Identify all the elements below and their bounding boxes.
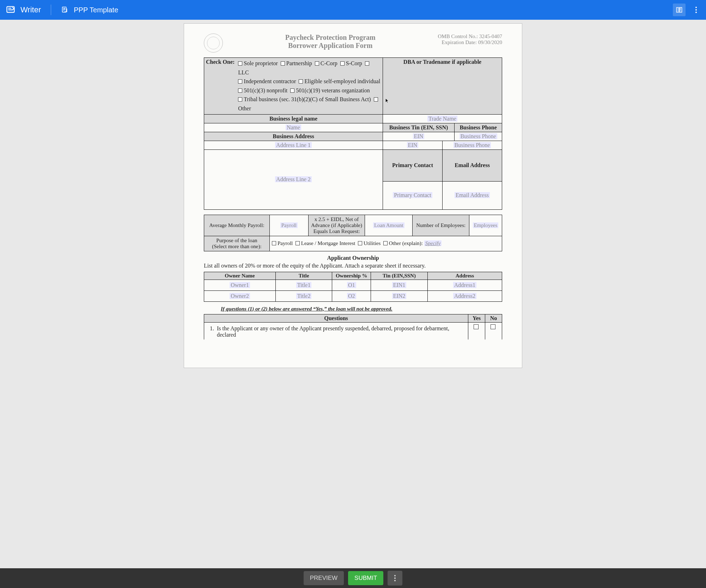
- contact-field[interactable]: Primary Contact: [393, 192, 432, 198]
- owner1-name[interactable]: Owner1: [230, 282, 250, 288]
- address-header: Business Address: [204, 132, 383, 141]
- document-header: Paycheck Protection Program Borrower App…: [204, 33, 502, 53]
- owners-table: Owner Name Title Ownership % Tin (EIN,SS…: [204, 272, 502, 302]
- checkbox-llc[interactable]: [365, 61, 369, 66]
- legal-name-header: Business legal name: [204, 114, 383, 123]
- doc-title-1: Paycheck Protection Program: [230, 33, 431, 42]
- owner2-name[interactable]: Owner2: [230, 293, 250, 299]
- title-block: Paycheck Protection Program Borrower App…: [230, 33, 431, 50]
- doc-title-2: Borrower Application Form: [230, 42, 431, 50]
- checkbox-self-employed[interactable]: [299, 79, 303, 84]
- owner2-tin[interactable]: EIN2: [392, 293, 407, 299]
- question-list: Is the Applicant or any owner of the App…: [207, 325, 465, 338]
- owner1-tin[interactable]: EIN1: [392, 282, 407, 288]
- address2-field[interactable]: Address Line 2: [275, 176, 312, 182]
- checkbox-c-corp[interactable]: [315, 61, 319, 66]
- questions-header: Questions: [204, 314, 468, 322]
- business-info-table: Check One: Sole proprietor Partnership C…: [204, 57, 502, 141]
- template-name[interactable]: PPP Template: [74, 6, 118, 14]
- col-owner-name: Owner Name: [204, 272, 276, 280]
- top-app-bar: Writer PPP Template: [0, 0, 706, 20]
- check-one-label: Check One:: [206, 59, 235, 113]
- owner1-pct[interactable]: O1: [347, 282, 356, 288]
- topbar-divider: [51, 5, 51, 15]
- owner2-pct[interactable]: O2: [347, 293, 356, 299]
- address1-field[interactable]: Address Line 1: [275, 142, 312, 148]
- yes-header: Yes: [468, 314, 485, 322]
- avg-payroll-label: Average Monthly Payroll:: [204, 215, 270, 236]
- col-ownership: Ownership %: [332, 272, 371, 280]
- checkbox-purpose-lease[interactable]: [296, 241, 300, 245]
- col-address: Address: [427, 272, 502, 280]
- multiplier-text: x 2.5 + EIDL, Net of Advance (if Applica…: [308, 215, 365, 236]
- owner2-title[interactable]: Title2: [296, 293, 312, 299]
- panel-icon: [676, 6, 683, 13]
- owner2-addr[interactable]: Address2: [453, 293, 476, 299]
- trade-name-field[interactable]: Trade Name: [427, 116, 457, 122]
- svg-rect-1: [62, 7, 66, 12]
- document-page: Paycheck Protection Program Borrower App…: [184, 23, 522, 368]
- checkbox-sole-proprietor[interactable]: [238, 61, 242, 66]
- ein-field-2[interactable]: EIN: [407, 142, 419, 148]
- bottom-action-bar: PREVIEW SUBMIT: [0, 568, 706, 588]
- warning-text: If questions (1) or (2) below are answer…: [221, 306, 502, 312]
- purpose-label-2: (Select more than one):: [206, 244, 267, 250]
- payroll-field[interactable]: Payroll: [280, 222, 298, 228]
- num-employees-label: Number of Employees:: [413, 215, 469, 236]
- col-tin: Tin (EIN,SSN): [371, 272, 428, 280]
- employees-field[interactable]: Employees: [473, 222, 499, 228]
- owner1-title[interactable]: Title1: [296, 282, 312, 288]
- q1-yes-checkbox[interactable]: [474, 324, 479, 329]
- owner1-addr[interactable]: Address1: [453, 282, 476, 288]
- checkbox-independent-contractor[interactable]: [238, 79, 242, 84]
- checkbox-partnership[interactable]: [281, 61, 285, 66]
- no-header: No: [485, 314, 502, 322]
- checkbox-tribal[interactable]: [238, 97, 242, 102]
- document-viewport[interactable]: Paycheck Protection Program Borrower App…: [0, 20, 706, 568]
- specify-field[interactable]: Specify: [424, 240, 442, 246]
- col-title: Title: [275, 272, 332, 280]
- phone-header: Business Phone: [455, 123, 502, 132]
- purpose-options: Payroll Lease / Mortgage Interest Utilit…: [269, 236, 502, 251]
- checkbox-501c19[interactable]: [290, 88, 294, 93]
- submit-button[interactable]: SUBMIT: [348, 571, 383, 585]
- email-field[interactable]: Email Address: [455, 192, 490, 198]
- ownership-title: Applicant Ownership: [204, 255, 502, 261]
- writer-app-icon: [6, 5, 16, 15]
- more-actions-button[interactable]: [388, 571, 402, 586]
- q1-no-checkbox[interactable]: [491, 324, 495, 329]
- app-name: Writer: [20, 5, 41, 14]
- loan-amount-field[interactable]: Loan Amount: [373, 222, 404, 228]
- checkbox-501c3[interactable]: [238, 88, 242, 93]
- business-info-table-2: Address Line 1 EIN Business Phone Addres…: [204, 141, 502, 210]
- panel-toggle-button[interactable]: [673, 4, 686, 16]
- tin-header: Business Tin (EIN, SSN): [383, 123, 455, 132]
- expiry-date: Expiration Date: 09/30/2020: [438, 39, 502, 45]
- checkbox-s-corp[interactable]: [340, 61, 345, 66]
- phone-field-2[interactable]: Business Phone: [454, 142, 491, 148]
- topbar-right: [673, 4, 700, 16]
- checkbox-purpose-utilities[interactable]: [358, 241, 362, 245]
- contact-header: Primary Contact: [383, 149, 443, 181]
- more-menu-button[interactable]: [692, 6, 700, 14]
- template-icon: [61, 6, 69, 14]
- purpose-label-1: Purpose of the loan: [206, 238, 267, 244]
- meta-block: OMB Control No.: 3245-0407 Expiration Da…: [438, 33, 502, 45]
- owner-row-2: Owner2 Title2 O2 EIN2 Address2: [204, 290, 502, 301]
- loan-calc-table: Average Monthly Payroll: Payroll x 2.5 +…: [204, 215, 502, 251]
- checkbox-purpose-payroll[interactable]: [272, 241, 276, 245]
- ein-field[interactable]: EIN: [413, 133, 425, 139]
- preview-button[interactable]: PREVIEW: [304, 571, 344, 585]
- phone-field[interactable]: Business Phone: [459, 133, 497, 139]
- checkbox-purpose-other[interactable]: [383, 241, 388, 245]
- sba-seal-icon: [204, 33, 223, 53]
- questions-table: Questions Yes No Is the Applicant or any…: [204, 314, 502, 339]
- owner-row-1: Owner1 Title1 O1 EIN1 Address1: [204, 280, 502, 290]
- question-1: Is the Applicant or any owner of the App…: [215, 325, 465, 338]
- ownership-desc: List all owners of 20% or more of the eq…: [204, 263, 502, 269]
- checkbox-other-entity[interactable]: [374, 97, 378, 102]
- email-header: Email Address: [443, 149, 502, 181]
- omb-number: OMB Control No.: 3245-0407: [438, 33, 502, 39]
- dba-header: DBA or Tradename if applicable: [383, 58, 502, 115]
- business-name-field[interactable]: Name: [286, 124, 301, 130]
